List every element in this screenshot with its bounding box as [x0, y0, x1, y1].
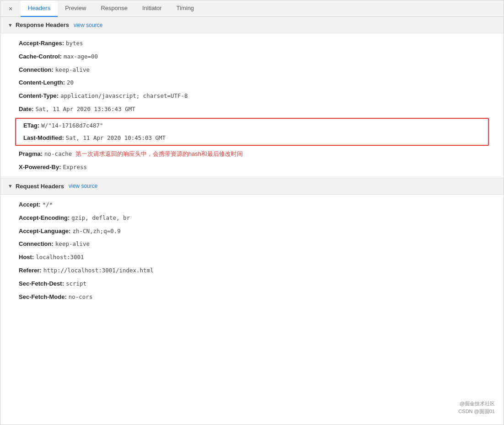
header-name: ETag: [23, 121, 39, 131]
header-value: keep-alive [55, 65, 90, 74]
watermark: @掘金技术社区 CSDN @圆圆01 [458, 400, 495, 416]
header-name: Cache-Control: [19, 52, 62, 62]
header-value: max-age=00 [64, 52, 98, 61]
header-name: Last-Modified: [23, 133, 64, 143]
header-row-accept-encoding: Accept-Encoding: gzip, deflate, br [0, 212, 504, 225]
header-name: Accept-Ranges: [19, 39, 64, 48]
header-row-last-modified: Last-Modified: Sat, 11 Apr 2020 10:45:03… [20, 132, 484, 144]
header-row-sec-fetch-dest: Sec-Fetch-Dest: script [0, 277, 504, 291]
header-name: Pragma: [19, 149, 43, 159]
header-row-etag: ETag: W/"14-17168d7c487" [20, 120, 484, 132]
header-row-sec-fetch-mode: Sec-Fetch-Mode: no-cors [0, 291, 504, 304]
header-value: http://localhost:3001/index.html [43, 266, 154, 275]
watermark-line2: CSDN @圆圆01 [458, 408, 495, 416]
request-headers-section: ▼ Request Headers view source Accept: */… [0, 178, 504, 307]
response-headers-list: Accept-Ranges: bytes Cache-Control: max-… [0, 33, 504, 178]
header-row-x-powered-by: X-Powered-By: Express [0, 161, 504, 174]
header-value: Express [63, 163, 87, 172]
header-value: zh-CN,zh;q=0.9 [72, 227, 120, 236]
header-value: no-cache [44, 149, 75, 159]
header-value: Sat, 11 Apr 2020 13:36:43 GMT [36, 105, 135, 114]
header-value: W/"14-17168d7c487" [41, 121, 103, 130]
header-value: localhost:3001 [36, 253, 84, 262]
header-name: Sec-Fetch-Mode: [19, 292, 67, 302]
header-row-content-length: Content-Length: 20 [0, 76, 504, 90]
tab-timing[interactable]: Timing [169, 0, 202, 17]
header-name: Host: [19, 253, 34, 262]
header-row-host: Host: localhost:3001 [0, 251, 504, 264]
header-name: Connection: [19, 239, 54, 249]
header-row-accept-ranges: Accept-Ranges: bytes [0, 37, 504, 50]
highlight-box: ETag: W/"14-17168d7c487" Last-Modified: … [15, 118, 489, 146]
request-headers-title: Request Headers [16, 183, 64, 190]
header-name: Referer: [19, 266, 42, 276]
header-row-accept: Accept: */* [0, 198, 504, 212]
watermark-line1: @掘金技术社区 [458, 400, 495, 408]
header-value: gzip, deflate, br [71, 213, 130, 223]
header-name: Content-Length: [19, 78, 65, 88]
header-row-cache-control: Cache-Control: max-age=00 [0, 50, 504, 64]
header-row-pragma: Pragma: no-cache 第一次请求返回的响应头中，会携带资源的hash… [0, 148, 504, 161]
header-value: script [66, 279, 86, 288]
content: ▼ Response Headers view source Accept-Ra… [0, 17, 504, 307]
header-name: Accept: [19, 200, 41, 210]
request-headers-list: Accept: */* Accept-Encoding: gzip, defla… [0, 195, 504, 307]
response-headers-view-source[interactable]: view source [74, 22, 102, 28]
response-headers-title: Response Headers [16, 21, 69, 28]
annotation-text: 第一次请求返回的响应头中，会携带资源的hash和最后修改时间 [75, 149, 243, 159]
tab-headers[interactable]: Headers [21, 0, 58, 17]
header-row-referer: Referer: http://localhost:3001/index.htm… [0, 264, 504, 277]
response-headers-header: ▼ Response Headers view source [0, 17, 504, 33]
header-name: Connection: [19, 65, 54, 75]
header-value: */* [43, 200, 53, 209]
header-name: Sec-Fetch-Dest: [19, 279, 64, 289]
header-row-connection: Connection: keep-alive [0, 64, 504, 77]
header-value: keep-alive [55, 239, 90, 249]
devtools-panel: × Headers Preview Response Initiator Tim… [0, 0, 504, 425]
tab-initiator[interactable]: Initiator [135, 0, 169, 17]
header-name: Date: [19, 105, 34, 114]
header-name: Accept-Encoding: [19, 213, 70, 223]
header-row-date: Date: Sat, 11 Apr 2020 13:36:43 GMT [0, 103, 504, 116]
header-value: Sat, 11 Apr 2020 10:45:03 GMT [66, 133, 166, 143]
header-value: 20 [67, 78, 74, 87]
request-headers-header: ▼ Request Headers view source [0, 178, 504, 195]
header-row-connection-req: Connection: keep-alive [0, 238, 504, 251]
request-headers-view-source[interactable]: view source [69, 183, 97, 189]
header-row-content-type: Content-Type: application/javascript; ch… [0, 90, 504, 103]
header-name: X-Powered-By: [19, 163, 61, 172]
tab-bar: × Headers Preview Response Initiator Tim… [0, 0, 504, 17]
chevron-down-icon: ▼ [8, 22, 13, 28]
header-value: bytes [66, 39, 83, 48]
header-row-accept-language: Accept-Language: zh-CN,zh;q=0.9 [0, 225, 504, 238]
chevron-down-icon: ▼ [8, 183, 13, 189]
tab-response[interactable]: Response [93, 0, 135, 17]
header-value: no-cors [69, 292, 93, 302]
header-name: Content-Type: [19, 91, 59, 101]
close-icon[interactable]: × [4, 2, 17, 15]
tab-preview[interactable]: Preview [58, 0, 93, 17]
header-value: application/javascript; charset=UTF-8 [60, 91, 188, 101]
response-headers-section: ▼ Response Headers view source Accept-Ra… [0, 17, 504, 178]
header-name: Accept-Language: [19, 227, 70, 236]
